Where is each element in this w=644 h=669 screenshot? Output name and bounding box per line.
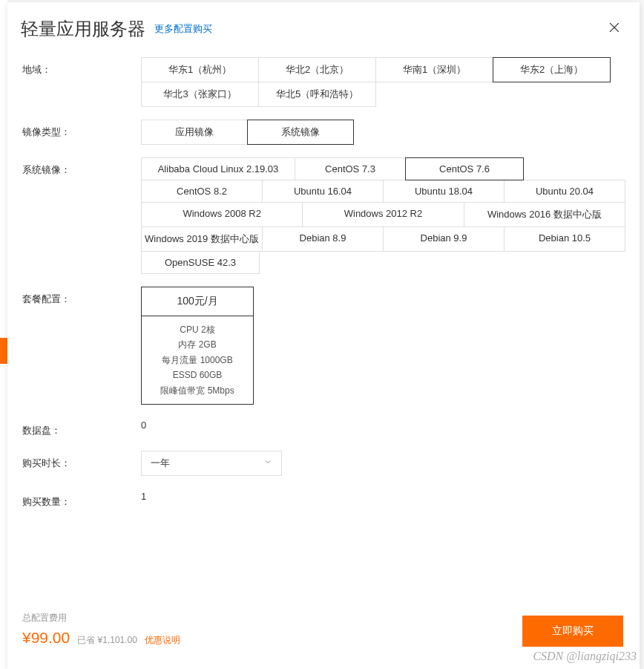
modal-content: 地域： 华东1（杭州）华北2（北京）华南1（深圳）华东2（上海）华北3（张家口）…	[7, 50, 640, 601]
label-system-image: 系统镜像：	[22, 157, 141, 177]
label-data-disk: 数据盘：	[22, 418, 141, 437]
label-quantity: 购买数量：	[22, 489, 141, 509]
save-text: 已省 ¥1,101.00	[77, 634, 137, 647]
config-modal: 轻量应用服务器 更多配置购买 地域： 华东1（杭州）华北2（北京）华南1（深圳）…	[7, 2, 640, 669]
plan-spec-line: 限峰值带宽 5Mbps	[142, 383, 253, 398]
system-image-option[interactable]: OpenSUSE 42.3	[141, 251, 260, 274]
image-type-options: 应用镜像系统镜像	[141, 120, 625, 144]
plan-value: 100元/月 CPU 2核内存 2GB每月流量 1000GBESSD 60GB限…	[141, 287, 625, 405]
more-config-link[interactable]: 更多配置购买	[154, 22, 212, 36]
plan-spec-line: CPU 2核	[142, 322, 253, 337]
modal-footer: 总配置费用 ¥99.00 已省 ¥1,101.00 优惠说明 立即购买	[7, 601, 640, 669]
data-disk-value: 0	[141, 418, 146, 431]
duration-value: 一年	[151, 457, 170, 470]
discount-link[interactable]: 优惠说明	[145, 634, 180, 647]
buy-button[interactable]: 立即购买	[522, 616, 623, 647]
quantity-value: 1	[141, 489, 146, 502]
system-image-option[interactable]: Windows 2012 R2	[302, 202, 464, 227]
region-option[interactable]: 华东2（上海）	[493, 57, 611, 82]
label-region: 地域：	[22, 57, 141, 76]
region-option[interactable]: 华北2（北京）	[258, 57, 376, 82]
fee-label: 总配置费用	[22, 612, 180, 624]
region-options: 华东1（杭州）华北2（北京）华南1（深圳）华东2（上海）华北3（张家口）华北5（…	[141, 57, 625, 106]
system-image-option[interactable]: Windows 2019 数据中心版	[141, 226, 263, 252]
chevron-down-icon	[263, 457, 272, 469]
system-image-option[interactable]: Debian 8.9	[262, 226, 384, 252]
duration-select[interactable]: 一年	[141, 451, 282, 476]
plan-specs: CPU 2核内存 2GB每月流量 1000GBESSD 60GB限峰值带宽 5M…	[142, 316, 253, 404]
label-duration: 购买时长：	[22, 451, 141, 470]
modal-header: 轻量应用服务器 更多配置购买	[7, 2, 640, 50]
image-type-option[interactable]: 应用镜像	[141, 120, 248, 145]
system-image-option[interactable]: Debian 9.9	[383, 226, 505, 252]
price-block: 总配置费用 ¥99.00 已省 ¥1,101.00 优惠说明	[22, 612, 180, 647]
system-image-option[interactable]: Alibaba Cloud Linux 2.19.03	[141, 157, 295, 180]
system-image-option[interactable]: Windows 2008 R2	[141, 202, 303, 227]
region-option[interactable]: 华东1（杭州）	[141, 57, 259, 82]
system-image-option[interactable]: CentOS 7.3	[295, 157, 406, 180]
region-option[interactable]: 华南1（深圳）	[375, 57, 493, 82]
plan-spec-line: 内存 2GB	[142, 337, 253, 352]
plan-spec-line: ESSD 60GB	[142, 368, 253, 382]
region-option[interactable]: 华北5（呼和浩特）	[258, 82, 376, 107]
system-image-options: Alibaba Cloud Linux 2.19.03CentOS 7.3Cen…	[141, 157, 625, 273]
system-image-option[interactable]: Ubuntu 16.04	[262, 180, 384, 203]
region-option[interactable]: 华北3（张家口）	[141, 82, 259, 107]
label-image-type: 镜像类型：	[22, 120, 141, 139]
plan-card[interactable]: 100元/月 CPU 2核内存 2GB每月流量 1000GBESSD 60GB限…	[141, 287, 254, 405]
modal-title: 轻量应用服务器	[21, 17, 145, 41]
system-image-option[interactable]: Windows 2016 数据中心版	[464, 202, 625, 227]
total-price: ¥99.00	[22, 629, 70, 647]
system-image-option[interactable]: Ubuntu 18.04	[383, 180, 505, 203]
system-image-option[interactable]: CentOS 8.2	[141, 180, 263, 203]
plan-spec-line: 每月流量 1000GB	[142, 353, 253, 368]
system-image-option[interactable]: Debian 10.5	[504, 226, 625, 252]
label-plan: 套餐配置：	[22, 287, 141, 306]
close-icon[interactable]	[607, 20, 622, 38]
image-type-option[interactable]: 系统镜像	[247, 120, 354, 145]
system-image-option[interactable]: CentOS 7.6	[405, 157, 524, 180]
plan-price: 100元/月	[142, 287, 253, 316]
system-image-option[interactable]: Ubuntu 20.04	[504, 180, 625, 203]
